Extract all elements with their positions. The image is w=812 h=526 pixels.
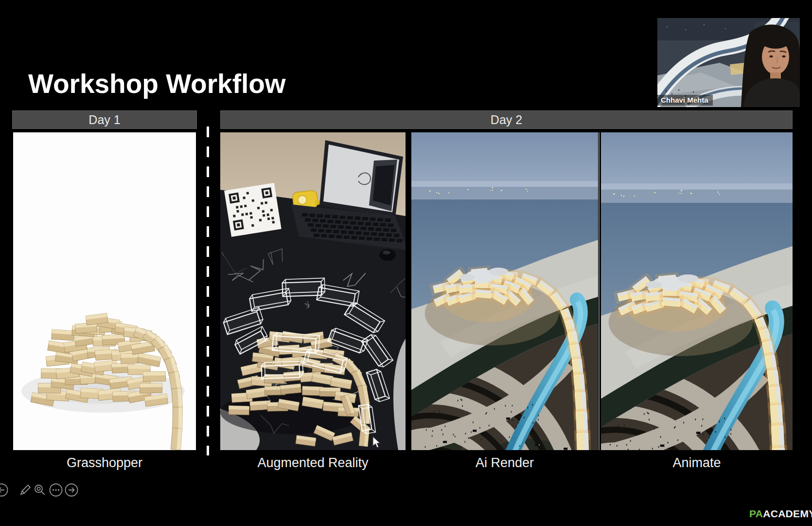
previous-slide-button[interactable] — [0, 482, 9, 498]
day2-header-bar: Day 2 — [220, 110, 793, 129]
pen-annotate-button[interactable] — [18, 482, 33, 498]
slideshow-toolbar — [0, 482, 91, 498]
day1-header-bar: Day 1 — [12, 110, 197, 129]
zoom-button[interactable] — [32, 482, 48, 498]
animate-render-art — [601, 132, 793, 450]
panel-animate-image — [601, 132, 793, 450]
panel-grasshopper-image — [13, 132, 196, 450]
logo-suffix: ACADEMY — [763, 508, 812, 519]
more-options-button[interactable] — [48, 482, 64, 498]
logo-prefix: PA — [749, 508, 763, 519]
render-animate-divider — [599, 132, 600, 450]
caption-augmented-reality: Augmented Reality — [220, 455, 406, 471]
previous-slide-icon — [0, 482, 9, 498]
day-separator-dashed-line — [207, 127, 209, 455]
caption-grasshopper: Grasshopper — [13, 455, 196, 471]
ai-render-art — [411, 132, 598, 450]
day2-header-label: Day 2 — [491, 113, 522, 127]
webcam-tile[interactable]: Chhavi Mehta — [657, 18, 800, 107]
grasshopper-render-art — [13, 132, 196, 450]
panel-augmented-reality-image — [220, 132, 406, 450]
caption-ai-render: Ai Render — [411, 455, 598, 471]
augmented-reality-photo-art — [220, 132, 406, 450]
slide-canvas: Workshop Workflow Day 1 Day 2 Grasshoppe… — [0, 0, 812, 526]
webcam-video — [657, 18, 800, 107]
day1-header-label: Day 1 — [88, 113, 120, 127]
panel-ai-render-image — [411, 132, 598, 450]
participant-person — [741, 24, 800, 107]
pen-icon — [18, 482, 33, 498]
next-slide-icon — [64, 482, 79, 498]
paacademy-logo: PAACADEMY — [749, 508, 812, 520]
slide-title: Workshop Workflow — [28, 68, 286, 99]
next-slide-button[interactable] — [64, 482, 79, 498]
zoom-icon — [32, 482, 48, 498]
participant-name-label: Chhavi Mehta — [657, 95, 713, 106]
more-options-icon — [48, 482, 64, 498]
caption-animate: Animate — [601, 455, 793, 471]
